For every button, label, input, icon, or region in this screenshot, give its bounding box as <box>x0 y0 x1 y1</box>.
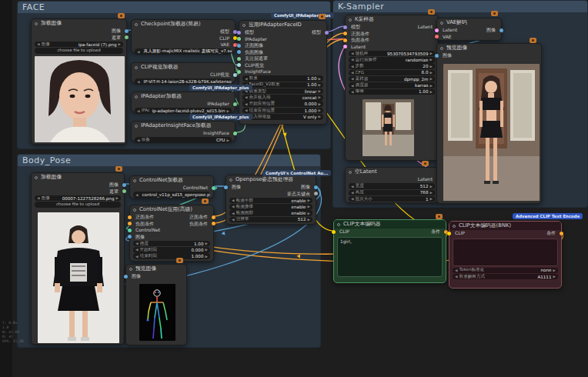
node-insightface-loader[interactable]: IPAdapterInsightFace加载器 InsightFace 设备CP… <box>131 121 236 142</box>
control-after-generate-widget[interactable]: 运行后操作randomize <box>349 57 435 63</box>
image-combo[interactable]: 图像00007-1227528266.png <box>35 195 121 202</box>
node-graph-canvas[interactable]: FACE K-Sampler Body_Pose 加载图像 图像 遮罩 图像ip… <box>0 0 588 377</box>
combo-next-icon[interactable] <box>205 255 208 259</box>
combo-next-icon[interactable] <box>307 205 310 209</box>
collapse-icon[interactable] <box>135 66 138 69</box>
node-apply-ipadapter-faceid[interactable]: 应用IPAdapterFaceID 模型模型 IPAdapter 正面图像 负面… <box>239 20 327 125</box>
input-slot-model[interactable] <box>343 25 347 29</box>
ipadapter-file-combo[interactable]: IPAdapter文件ip-adapter-faceid-plusv2_sd15… <box>135 108 232 114</box>
combo-next-icon[interactable] <box>318 95 321 99</box>
checkpoint-combo[interactable]: 真人摄影-majicMIX realistic 麦橘写实_v7.safetens… <box>135 48 232 55</box>
node-title-bar[interactable]: 空Latent <box>346 168 438 176</box>
output-slot-model[interactable] <box>233 30 237 34</box>
combo-prev-icon[interactable] <box>137 109 140 113</box>
positive-prompt-textarea[interactable]: 1girl, <box>337 237 443 277</box>
node-title-bar[interactable]: ControlNet应用(高级) <box>130 205 213 214</box>
collapse-icon[interactable] <box>229 178 232 182</box>
upload-button[interactable]: choose file to upload <box>35 202 121 208</box>
combo-prev-icon[interactable] <box>232 218 235 222</box>
device-combo[interactable]: 设备CPU <box>135 137 232 143</box>
combo-prev-icon[interactable] <box>137 50 140 54</box>
end-percent-widget[interactable]: 结束时间1.000 <box>133 253 210 259</box>
width-widget[interactable]: 宽度512 <box>349 183 435 189</box>
collapse-icon[interactable] <box>349 171 352 174</box>
node-preview-image-main[interactable]: 预览图像 图像 <box>436 43 542 204</box>
group-ksampler-title-band[interactable]: K-Sampler <box>333 1 587 12</box>
node-vae-decode[interactable]: VAE解码 Latent图像 VAE <box>436 18 502 41</box>
input-slot-clip-vision[interactable] <box>237 63 241 67</box>
combo-next-icon[interactable] <box>307 199 310 202</box>
node-ksampler[interactable]: K采样器 模型Latent 正面条件 负面条件 Latent 随机种953070… <box>345 15 439 161</box>
input-slot-image[interactable] <box>124 275 128 279</box>
combo-next-icon[interactable] <box>429 58 433 62</box>
input-slot-image[interactable] <box>224 185 228 189</box>
weight-type-widget[interactable]: 权重类型linear <box>242 88 323 95</box>
combo-next-icon[interactable] <box>205 248 208 252</box>
embeds-scaling-widget[interactable]: 嵌入组缩放V only <box>242 114 323 120</box>
collapse-icon[interactable] <box>133 209 136 212</box>
combo-prev-icon[interactable] <box>135 242 139 245</box>
combo-prev-icon[interactable] <box>135 248 139 252</box>
node-title-bar[interactable]: Checkpoint加载器(简易) <box>132 20 235 28</box>
group-face-title-band[interactable]: FACE <box>18 2 330 13</box>
collapse-icon[interactable] <box>133 179 136 182</box>
combo-prev-icon[interactable] <box>37 196 40 200</box>
collapse-icon[interactable] <box>135 95 138 98</box>
height-widget[interactable]: 高度768 <box>349 190 435 196</box>
node-clip-vision-loader[interactable]: CLIP视觉加载器 CLIP视觉 CLIP视觉IP-ViT-H-14-laion… <box>131 62 236 83</box>
collapse-icon[interactable] <box>453 225 456 228</box>
node-checkpoint-loader[interactable]: Checkpoint加载器(简易) 模型 CLIP VAE 真人摄影-majic… <box>131 19 236 53</box>
strength-widget[interactable]: 强度1.00 <box>133 241 210 247</box>
combo-prev-icon[interactable] <box>351 77 354 81</box>
combo-next-icon[interactable] <box>318 102 321 106</box>
output-slot-image[interactable] <box>122 183 126 187</box>
output-slot-ipadapter[interactable] <box>233 102 237 106</box>
input-slot-insightface[interactable] <box>237 70 241 74</box>
node-controlnet-loader[interactable]: ControlNet加载器 ControlNet ControlNet文件con… <box>129 175 214 199</box>
combo-next-icon[interactable] <box>429 90 433 94</box>
combo-prev-icon[interactable] <box>351 58 354 62</box>
faceid-v2-weight-widget[interactable]: FaceID_V2权重1.00 <box>242 82 323 88</box>
output-slot-image[interactable] <box>125 29 129 33</box>
node-empty-latent[interactable]: 空Latent Latent 宽度512 高度768 批次大小1 <box>345 167 439 203</box>
combo-prev-icon[interactable] <box>135 193 139 197</box>
node-title-bar[interactable]: VAE解码 <box>437 18 501 27</box>
combo-prev-icon[interactable] <box>351 65 354 68</box>
node-ipadapter-loader[interactable]: IPAdapter加载器 IPAdapter IPAdapter文件ip-ada… <box>131 92 236 112</box>
input-slot-negative[interactable] <box>128 222 132 225</box>
combine-embeds-widget[interactable]: 合并嵌入组concat <box>242 95 323 101</box>
combo-next-icon[interactable] <box>318 115 321 118</box>
negative-prompt-textarea[interactable] <box>453 239 558 266</box>
input-slot-vae[interactable] <box>435 35 439 38</box>
output-slot-positive[interactable] <box>212 215 215 219</box>
output-slot-insightface[interactable] <box>233 132 237 135</box>
collapse-icon[interactable] <box>242 24 246 27</box>
seed-widget[interactable]: 随机种953070534793509 <box>349 51 435 57</box>
node-clip-text-encode-negative-bnk[interactable]: CLIP文本编码器(BNK) CLIP条件 Token标准化none 权重解释方… <box>449 221 562 289</box>
combo-next-icon[interactable] <box>205 242 208 245</box>
output-slot-controlnet[interactable] <box>212 186 215 190</box>
combo-prev-icon[interactable] <box>137 80 140 84</box>
detect-hand-widget[interactable]: 检测手部enable <box>229 198 312 204</box>
node-title-bar[interactable]: Openpose姿态预处理器 <box>226 175 316 184</box>
collapse-icon[interactable] <box>135 125 138 128</box>
input-slot-attn-mask[interactable] <box>237 57 241 61</box>
input-slot-model[interactable] <box>237 31 241 35</box>
combo-next-icon[interactable] <box>307 212 310 215</box>
collapse-icon[interactable] <box>35 22 38 25</box>
input-slot-ipadapter[interactable] <box>237 37 241 41</box>
output-slot-image[interactable] <box>499 28 503 32</box>
combo-prev-icon[interactable] <box>351 71 354 75</box>
upload-button[interactable]: choose file to upload <box>35 48 123 54</box>
combo-next-icon[interactable] <box>318 108 321 112</box>
output-slot-model[interactable] <box>325 31 329 35</box>
output-slot-vae[interactable] <box>233 43 237 47</box>
collapse-icon[interactable] <box>349 18 352 22</box>
combo-next-icon[interactable] <box>318 77 321 81</box>
collapse-icon[interactable] <box>35 176 38 179</box>
start-at-widget[interactable]: 开始应用位置0.000 <box>242 101 323 107</box>
scheduler-widget[interactable]: 调度器karras <box>349 82 435 88</box>
combo-prev-icon[interactable] <box>135 255 139 259</box>
combo-prev-icon[interactable] <box>351 90 354 94</box>
combo-next-icon[interactable] <box>318 89 321 93</box>
